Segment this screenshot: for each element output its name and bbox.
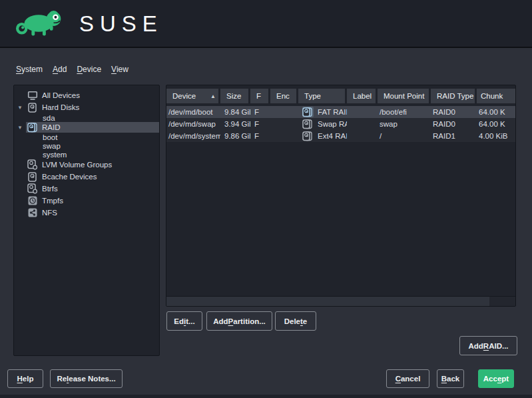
table-row-dev-md-boot[interactable]: /dev/md/boot9.84 GiBFFAT RAID/boot/efiRA… <box>166 106 515 118</box>
suse-wordmark: SUSE <box>79 13 163 35</box>
sidebar-item-label: swap <box>40 142 61 150</box>
cell-device: /dev/md/boot <box>166 106 220 118</box>
sidebar-item-label: system <box>40 151 67 159</box>
scrollbar-thumb[interactable] <box>166 297 489 306</box>
sidebar-item-sda[interactable]: sda <box>14 113 159 122</box>
cell-raid-type: RAID0 <box>431 106 477 118</box>
sidebar-item-label: sda <box>40 114 55 122</box>
column-header-device[interactable]: Device▲ <box>166 89 218 103</box>
delete-button[interactable]: Delete <box>275 311 316 331</box>
cell-format-flag: F <box>250 118 270 130</box>
cell-device: /dev/md/swap <box>166 118 220 130</box>
cell-size: 9.84 GiB <box>220 106 250 118</box>
sidebar-item-label: boot <box>40 133 57 141</box>
menu-device[interactable]: Device <box>75 64 103 75</box>
cell-encryption <box>270 130 298 142</box>
cell-type: FAT RAID <box>298 106 347 118</box>
cell-format-flag: F <box>250 106 270 118</box>
sidebar-item-nfs[interactable]: NFS <box>14 207 159 219</box>
chevron-down-icon[interactable]: ▾ <box>14 105 26 111</box>
accept-button[interactable]: Accept <box>478 369 514 388</box>
cell-device: /dev/md/system <box>166 130 220 142</box>
horizontal-scrollbar[interactable] <box>166 296 515 306</box>
sidebar-item-label: Hard Disks <box>39 103 79 111</box>
sidebar-item-swap[interactable]: swap <box>14 141 159 150</box>
column-header-f[interactable]: F <box>250 89 268 103</box>
partitioner-window: SUSE SystemAddDeviceView All Devices▾Har… <box>0 0 532 398</box>
cell-size: 3.94 GiB <box>220 118 250 130</box>
table-row-dev-md-system[interactable]: /dev/md/system9.86 GiBFExt4 RAID/RAID14.… <box>166 130 515 142</box>
sidebar-item-label: RAID <box>39 123 60 131</box>
table-row-dev-md-swap[interactable]: /dev/md/swap3.94 GiBFSwap RAIDswapRAID06… <box>166 118 515 130</box>
menu-system[interactable]: System <box>15 64 44 75</box>
cell-raid-type: RAID1 <box>431 130 477 142</box>
cell-raid-type: RAID0 <box>431 118 477 130</box>
cell-mount-point: swap <box>378 118 431 130</box>
cell-label <box>347 106 378 118</box>
bcache-icon <box>26 172 39 182</box>
lvm-icon <box>26 159 39 170</box>
device-table-panel: Device▲SizeFEncTypeLabelMount PointRAID … <box>166 85 516 307</box>
cell-mount-point: /boot/efi <box>378 106 431 118</box>
cell-encryption <box>270 118 298 130</box>
column-header-mount-point[interactable]: Mount Point <box>378 89 429 103</box>
cell-size: 9.86 GiB <box>220 130 250 142</box>
cell-mount-point: / <box>378 130 431 142</box>
suse-banner: SUSE <box>0 0 532 48</box>
cell-encryption <box>270 106 298 118</box>
computer-icon <box>26 91 39 101</box>
sidebar-tree: All Devices▾Hard Diskssda▾RAIDbootswapsy… <box>14 89 159 219</box>
sidebar-item-bcache-devices[interactable]: Bcache Devices <box>14 171 159 183</box>
raid-icon <box>302 119 314 129</box>
add-raid-button[interactable]: Add RAID... <box>459 336 517 355</box>
menu-add[interactable]: Add <box>51 64 68 75</box>
column-header-raid-type[interactable]: RAID Type <box>431 89 475 103</box>
release-notes-button[interactable]: Release Notes... <box>50 369 123 388</box>
cell-format-flag: F <box>250 130 270 142</box>
sidebar-item-label: Btrfs <box>39 185 58 193</box>
cell-label <box>347 130 378 142</box>
btrfs-icon <box>26 183 39 194</box>
sidebar-item-system[interactable]: system <box>14 150 159 159</box>
sidebar-item-lvm-volume-groups[interactable]: LVM Volume Groups <box>14 159 159 171</box>
sidebar-item-label: LVM Volume Groups <box>39 161 112 169</box>
sidebar-item-boot[interactable]: boot <box>14 133 159 141</box>
column-header-label[interactable]: Label <box>347 89 376 103</box>
sidebar-item-raid[interactable]: ▾RAID <box>14 122 159 133</box>
sidebar-item-all-devices[interactable]: All Devices <box>14 89 159 101</box>
sidebar-item-tmpfs[interactable]: Tmpfs <box>14 195 159 207</box>
harddisk-icon <box>26 103 39 113</box>
column-header-enc[interactable]: Enc <box>270 89 296 103</box>
cell-chunk-size: 64.00 K <box>477 106 515 118</box>
cancel-button[interactable]: Cancel <box>386 369 429 388</box>
sidebar-item-label: All Devices <box>39 91 80 99</box>
menu-view[interactable]: View <box>110 64 130 75</box>
column-header-type[interactable]: Type <box>298 89 345 103</box>
device-tree-panel: All Devices▾Hard Diskssda▾RAIDbootswapsy… <box>13 85 160 356</box>
cell-type: Ext4 RAID <box>298 130 347 142</box>
tmpfs-icon <box>26 196 39 205</box>
back-button[interactable]: Back <box>437 369 464 388</box>
cell-chunk-size: 64.00 K <box>477 118 515 130</box>
suse-chameleon-logo-icon <box>14 8 69 39</box>
column-header-chunk[interactable]: Chunk <box>477 89 515 103</box>
cell-type: Swap RAID <box>298 118 347 130</box>
help-button[interactable]: Help <box>7 369 43 388</box>
menubar: SystemAddDeviceView <box>15 64 130 75</box>
sidebar-item-hard-disks[interactable]: ▾Hard Disks <box>14 101 159 113</box>
chevron-down-icon[interactable]: ▾ <box>14 125 26 131</box>
raid-icon <box>302 131 314 141</box>
table-empty-area <box>166 142 515 296</box>
sidebar-item-btrfs[interactable]: Btrfs <box>14 183 159 195</box>
add-partition-button[interactable]: Add Partition... <box>206 311 272 331</box>
raid-icon <box>302 107 314 117</box>
edit-button[interactable]: Edit... <box>166 311 202 331</box>
table-body: /dev/md/boot9.84 GiBFFAT RAID/boot/efiRA… <box>166 106 515 142</box>
column-header-size[interactable]: Size <box>220 89 248 103</box>
sidebar-item-label: Bcache Devices <box>39 173 97 181</box>
raid-icon <box>26 123 39 133</box>
table-header: Device▲SizeFEncTypeLabelMount PointRAID … <box>166 89 515 103</box>
sort-ascending-icon: ▲ <box>210 93 216 99</box>
window-bottom-edge <box>0 395 532 398</box>
sidebar-item-label: Tmpfs <box>39 197 63 205</box>
